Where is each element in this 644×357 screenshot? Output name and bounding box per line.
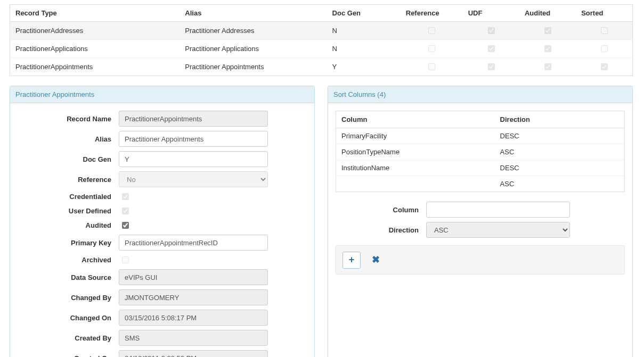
record-type-grid: Record Type Alias Doc Gen Reference UDF … [10, 4, 633, 76]
table-row[interactable]: PractitionerApplicationsPractitioner App… [10, 40, 633, 58]
table-row[interactable]: PractitionerAppointmentsPractitioner App… [10, 58, 633, 76]
row-checkbox [428, 45, 435, 52]
label-reference: Reference [18, 176, 119, 184]
col-reference[interactable]: Reference [401, 5, 463, 22]
field-created-on [119, 350, 268, 357]
table-row[interactable]: InstitutionNameDESC [336, 160, 625, 176]
label-data-source: Data Source [18, 273, 119, 281]
field-user-defined [122, 207, 129, 214]
label-sort-column: Column [336, 206, 426, 214]
field-archived [122, 256, 129, 263]
field-alias[interactable] [119, 131, 268, 147]
close-icon: ✖ [372, 254, 380, 265]
row-checkbox [428, 63, 435, 70]
row-checkbox [601, 27, 608, 34]
plus-icon: + [349, 254, 355, 265]
label-user-defined: User Defined [18, 207, 119, 215]
label-archived: Archived [18, 256, 119, 264]
field-doc-gen[interactable] [119, 151, 268, 167]
label-record-name: Record Name [18, 115, 119, 123]
table-row[interactable]: ASC [336, 176, 625, 192]
col-sorted[interactable]: Sorted [576, 5, 632, 22]
label-created-by: Created By [18, 334, 119, 342]
field-sort-column[interactable] [426, 202, 570, 218]
sort-panel: Sort Columns (4) Column Direction Primar… [328, 86, 633, 357]
field-reference: No [119, 171, 268, 187]
row-checkbox [488, 45, 495, 52]
field-created-by [119, 330, 268, 346]
table-row[interactable]: PrimaryFacilityDESC [336, 128, 625, 144]
delete-sort-button[interactable]: ✖ [367, 251, 385, 268]
label-alias: Alias [18, 135, 119, 143]
row-checkbox [544, 27, 551, 34]
table-row[interactable]: PositionTypeNameASC [336, 144, 625, 160]
detail-panel-title: Practitioner Appointments [10, 86, 314, 103]
row-checkbox [428, 27, 435, 34]
col-alias[interactable]: Alias [180, 5, 327, 22]
field-data-source [119, 269, 268, 285]
col-doc-gen[interactable]: Doc Gen [327, 5, 401, 22]
label-changed-on: Changed On [18, 314, 119, 322]
field-changed-on [119, 310, 268, 326]
label-audited: Audited [18, 221, 119, 229]
sort-col-direction[interactable]: Direction [495, 111, 625, 128]
row-checkbox [601, 45, 608, 52]
label-changed-by: Changed By [18, 294, 119, 302]
add-sort-button[interactable]: + [343, 252, 361, 269]
row-checkbox [544, 63, 551, 70]
field-primary-key[interactable] [119, 235, 268, 251]
label-created-on: Created On [18, 354, 119, 358]
field-changed-by [119, 289, 268, 305]
row-checkbox [488, 63, 495, 70]
table-row[interactable]: PractitionerAddressesPractitioner Addres… [10, 22, 633, 40]
detail-panel: Practitioner Appointments Record Name Al… [10, 86, 315, 357]
sort-columns-table: Column Direction PrimaryFacilityDESCPosi… [336, 111, 625, 192]
label-credentialed: Credentialed [18, 193, 119, 201]
row-checkbox [544, 45, 551, 52]
sort-actions-bar: + ✖ [336, 245, 625, 275]
label-doc-gen: Doc Gen [18, 155, 119, 163]
col-audited[interactable]: Audited [519, 5, 576, 22]
row-checkbox [488, 27, 495, 34]
col-record-type[interactable]: Record Type [10, 5, 180, 22]
label-sort-direction: Direction [336, 226, 426, 234]
field-audited[interactable] [122, 222, 129, 229]
field-record-name [119, 111, 268, 127]
field-sort-direction[interactable]: ASC [426, 222, 570, 238]
col-udf[interactable]: UDF [463, 5, 519, 22]
field-credentialed [122, 193, 129, 200]
label-primary-key: Primary Key [18, 239, 119, 247]
sort-col-column[interactable]: Column [336, 111, 495, 128]
sort-panel-title: Sort Columns (4) [328, 86, 632, 103]
row-checkbox [601, 63, 608, 70]
